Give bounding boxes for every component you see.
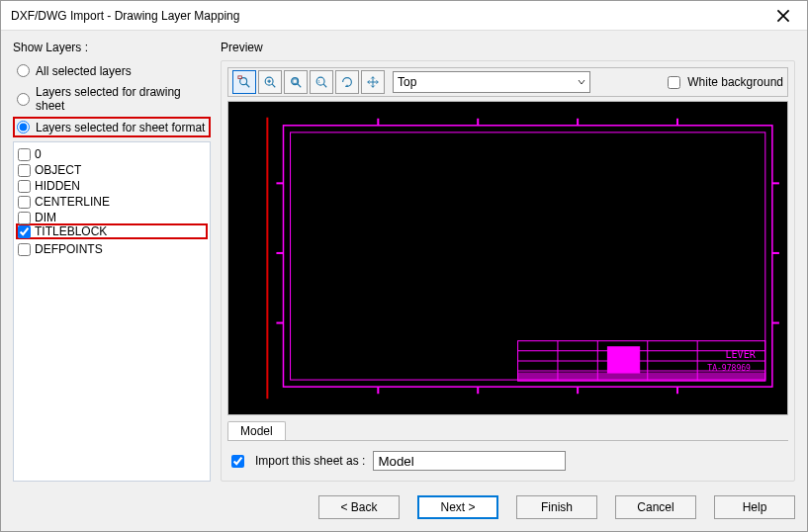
cancel-button[interactable]: Cancel — [615, 495, 696, 519]
tool-zoom-extents[interactable]: 1 — [310, 70, 333, 94]
magnifier-window-icon — [237, 75, 251, 89]
view-orientation-select[interactable]: Top — [393, 71, 590, 93]
white-background-checkbox[interactable] — [668, 76, 680, 89]
radio-all-input[interactable] — [17, 64, 30, 77]
view-selected-value: Top — [398, 75, 416, 89]
magnifier-1to1-icon: 1 — [314, 75, 328, 89]
radio-all-label: All selected layers — [36, 64, 132, 78]
tool-zoom-window[interactable] — [232, 70, 256, 94]
white-background-toggle[interactable]: White background — [664, 73, 783, 92]
chevron-down-icon — [578, 78, 585, 86]
svg-rect-4 — [293, 79, 297, 83]
layer-label: DEFPOINTS — [35, 242, 103, 256]
layer-checkbox-centerline[interactable] — [18, 196, 31, 209]
svg-text:LEVER: LEVER — [725, 349, 756, 360]
help-button[interactable]: Help — [714, 495, 795, 519]
tool-rotate[interactable] — [335, 70, 359, 94]
svg-rect-34 — [518, 373, 765, 381]
sheet-tabs: Model — [227, 419, 788, 441]
close-button[interactable] — [765, 4, 801, 28]
magnifier-fit-icon — [289, 75, 303, 89]
layer-item-0[interactable]: 0 — [16, 146, 208, 162]
svg-rect-1 — [238, 76, 242, 79]
next-button[interactable]: Next > — [417, 495, 498, 519]
back-button[interactable]: < Back — [318, 495, 400, 519]
import-sheet-checkbox[interactable] — [231, 455, 244, 468]
close-icon — [776, 9, 790, 23]
layer-checkbox-dim[interactable] — [18, 212, 31, 224]
tab-model[interactable]: Model — [227, 421, 286, 440]
preview-canvas[interactable]: LEVER TA-978969 — [227, 101, 788, 415]
layer-item-centerline[interactable]: CENTERLINE — [16, 194, 208, 210]
svg-text:TA-978969: TA-978969 — [707, 364, 751, 373]
import-sheet-name-input[interactable] — [373, 451, 566, 471]
rotate-icon — [340, 75, 354, 89]
radio-sheet-format[interactable]: Layers selected for sheet format — [13, 117, 211, 137]
layer-checkbox-hidden[interactable] — [18, 180, 31, 193]
tool-pan[interactable] — [361, 70, 385, 94]
layer-checkbox-object[interactable] — [18, 164, 31, 177]
radio-drawing-input[interactable] — [17, 93, 30, 106]
layer-item-defpoints[interactable]: DEFPOINTS — [16, 241, 208, 257]
layer-item-titleblock[interactable]: TITLEBLOCK — [16, 223, 208, 239]
svg-rect-8 — [266, 118, 268, 399]
preview-label: Preview — [221, 41, 795, 54]
tool-zoom-fit[interactable] — [284, 70, 308, 94]
radio-drawing-label: Layers selected for drawing sheet — [36, 85, 207, 113]
layer-label: OBJECT — [35, 163, 81, 177]
layers-listbox[interactable]: 0 OBJECT HIDDEN CENTERLINE DIM TITLEBLOC… — [13, 141, 211, 482]
preview-toolbar: 1 Top White background — [227, 67, 788, 97]
radio-all-selected-layers[interactable]: All selected layers — [13, 60, 211, 81]
layer-checkbox-0[interactable] — [18, 148, 31, 161]
layer-checkbox-titleblock[interactable] — [18, 225, 31, 238]
radio-drawing-sheet[interactable]: Layers selected for drawing sheet — [13, 83, 211, 115]
svg-rect-33 — [607, 347, 639, 373]
layer-checkbox-defpoints[interactable] — [18, 243, 31, 256]
show-layers-label: Show Layers : — [13, 41, 211, 54]
layer-label: 0 — [35, 147, 42, 161]
radio-sheetformat-input[interactable] — [17, 121, 30, 133]
layer-label: HIDDEN — [35, 179, 80, 193]
layer-item-hidden[interactable]: HIDDEN — [16, 178, 208, 194]
layer-label: CENTERLINE — [35, 195, 110, 209]
radio-sheetformat-label: Layers selected for sheet format — [36, 121, 205, 134]
finish-button[interactable]: Finish — [516, 495, 597, 519]
layer-label: TITLEBLOCK — [35, 224, 107, 238]
svg-text:1: 1 — [318, 79, 321, 84]
layer-item-object[interactable]: OBJECT — [16, 162, 208, 178]
tool-zoom-in[interactable] — [258, 70, 282, 94]
white-background-label: White background — [687, 75, 783, 89]
magnifier-plus-icon — [263, 75, 277, 89]
drawing-preview-svg: LEVER TA-978969 — [228, 102, 787, 414]
svg-rect-7 — [228, 114, 787, 403]
layer-label: DIM — [35, 211, 56, 224]
pan-arrows-icon — [366, 75, 380, 89]
window-title: DXF/DWG Import - Drawing Layer Mapping — [11, 9, 765, 23]
import-sheet-label: Import this sheet as : — [255, 454, 365, 468]
